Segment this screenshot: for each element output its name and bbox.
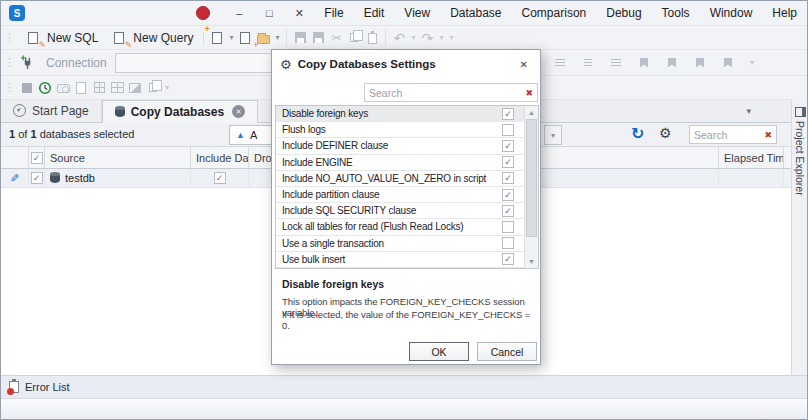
grid-search-input[interactable] xyxy=(690,129,760,141)
options-scrollbar[interactable]: ▲ ▼ xyxy=(524,106,538,268)
toolbar-grip[interactable]: ⋮ xyxy=(1,81,18,94)
minimize-button[interactable]: – xyxy=(224,2,254,24)
scroll-up-icon[interactable]: ▲ xyxy=(525,106,538,119)
auto-mapping-button[interactable]: ▲ A xyxy=(229,125,275,145)
redo-dropdown[interactable]: ▾ xyxy=(436,33,446,42)
row-checkbox[interactable] xyxy=(31,172,43,184)
row-source-cell[interactable]: testdb xyxy=(45,169,191,187)
menu-item[interactable]: Window xyxy=(700,2,763,24)
next-bookmark-icon[interactable] xyxy=(691,54,709,72)
option-checkbox[interactable] xyxy=(502,140,514,152)
row-include-data-cell[interactable] xyxy=(191,169,249,187)
new-query-button[interactable]: ✎ New Query xyxy=(104,27,199,49)
option-checkbox[interactable] xyxy=(502,237,514,249)
dialog-search-input[interactable] xyxy=(365,87,521,99)
option-checkbox[interactable] xyxy=(502,172,514,184)
save-all-icon[interactable] xyxy=(309,29,327,47)
filter-dropdown[interactable]: ▾ xyxy=(544,125,562,145)
edit-toolbar-overflow-dropdown[interactable]: ▾ xyxy=(747,58,757,67)
snapshot-icon[interactable] xyxy=(54,79,72,97)
image-icon[interactable] xyxy=(126,79,144,97)
cut-icon[interactable]: ✂ xyxy=(327,29,345,47)
export-document-icon[interactable] xyxy=(72,79,90,97)
indent-decrease-icon[interactable] xyxy=(551,54,569,72)
menu-item[interactable]: Edit xyxy=(354,2,395,24)
toolbar-overflow-dropdown[interactable]: ▾ xyxy=(162,83,172,92)
row-select-cell[interactable] xyxy=(29,169,45,187)
save-icon[interactable] xyxy=(291,29,309,47)
open-file-dropdown[interactable]: ▾ xyxy=(272,33,282,42)
refresh-icon[interactable]: ↻ xyxy=(631,124,644,143)
option-checkbox[interactable] xyxy=(502,108,514,120)
project-explorer-tab[interactable]: Project Explorer xyxy=(794,107,806,196)
new-document-icon[interactable]: + xyxy=(208,29,226,47)
tab-close-icon[interactable]: ✕ xyxy=(232,105,245,118)
option-row[interactable]: Include ENGINE xyxy=(276,155,538,171)
scroll-down-icon[interactable]: ▼ xyxy=(525,255,538,268)
menu-item[interactable]: Debug xyxy=(596,2,651,24)
tab-overflow-dropdown[interactable]: ▾ xyxy=(746,106,751,116)
header-select-all[interactable] xyxy=(29,147,45,168)
option-row[interactable]: Lock all tables for read (Flush Read Loc… xyxy=(276,219,538,235)
ok-button[interactable]: OK xyxy=(409,342,469,361)
option-row[interactable]: Flush logs xyxy=(276,122,538,138)
stop-icon[interactable] xyxy=(18,79,36,97)
menu-item[interactable]: Tools xyxy=(652,2,700,24)
open-file-icon[interactable] xyxy=(254,29,272,47)
option-checkbox[interactable] xyxy=(502,221,514,233)
menu-item[interactable]: Help xyxy=(762,2,807,24)
copy-icon[interactable] xyxy=(345,29,363,47)
menu-item[interactable]: Comparison xyxy=(512,2,597,24)
bookmark-icon[interactable] xyxy=(635,54,653,72)
option-row[interactable]: Include partition clause xyxy=(276,187,538,203)
add-table-icon[interactable] xyxy=(90,79,108,97)
option-row[interactable]: Include SQL SECURITY clause xyxy=(276,203,538,219)
select-all-checkbox[interactable] xyxy=(31,152,43,164)
close-button[interactable]: ✕ xyxy=(284,2,314,24)
layout-icon[interactable] xyxy=(108,79,126,97)
dialog-close-icon[interactable]: ✕ xyxy=(516,57,532,72)
dialog-clear-search-icon[interactable]: ✖ xyxy=(521,88,537,98)
option-row[interactable]: Include DEFINER clause xyxy=(276,138,538,154)
header-include-data[interactable]: Include Data xyxy=(191,147,249,168)
undo-dropdown[interactable]: ▾ xyxy=(408,33,418,42)
history-icon[interactable] xyxy=(36,79,54,97)
toolbar-grip[interactable]: ⋮ xyxy=(1,31,18,44)
header-elapsed-time[interactable]: Elapsed Time xyxy=(719,147,784,168)
scroll-thumb[interactable] xyxy=(526,119,537,237)
new-sql-button[interactable]: ✎ New SQL xyxy=(18,27,104,49)
option-checkbox[interactable] xyxy=(502,156,514,168)
include-data-checkbox[interactable] xyxy=(214,172,226,184)
redo-icon[interactable]: ↷ xyxy=(418,29,436,47)
new-file-icon[interactable]: + xyxy=(236,29,254,47)
clear-bookmarks-icon[interactable] xyxy=(719,54,737,72)
menu-item[interactable]: File xyxy=(314,2,353,24)
undo-icon[interactable]: ↶ xyxy=(390,29,408,47)
option-row[interactable]: Include NO_AUTO_VALUE_ON_ZERO in script xyxy=(276,171,538,187)
option-row[interactable]: Use a single transaction xyxy=(276,236,538,252)
notification-badge-icon[interactable] xyxy=(196,6,210,20)
option-checkbox[interactable] xyxy=(502,189,514,201)
dialog-titlebar[interactable]: ⚙ Copy Databases Settings ✕ xyxy=(272,50,540,78)
toolbar-overflow-dropdown[interactable]: ▾ xyxy=(446,33,456,42)
new-document-dropdown[interactable]: ▾ xyxy=(226,33,236,42)
settings-gear-icon[interactable]: ⚙ xyxy=(659,125,672,141)
prev-bookmark-icon[interactable] xyxy=(663,54,681,72)
new-connection-icon[interactable] xyxy=(18,54,36,72)
toolbar-grip[interactable]: ⋮ xyxy=(1,56,18,69)
menu-item[interactable]: Database xyxy=(440,2,511,24)
option-checkbox[interactable] xyxy=(502,205,514,217)
tab-copy-databases[interactable]: Copy Databases ✕ xyxy=(102,100,258,123)
maximize-button[interactable]: □ xyxy=(254,2,284,24)
error-list-bar[interactable]: Error List xyxy=(1,375,807,398)
option-checkbox[interactable] xyxy=(502,253,514,265)
paste-icon[interactable] xyxy=(363,29,381,47)
tab-start-page[interactable]: Start Page xyxy=(1,99,102,122)
option-row[interactable]: Disable foreign keys xyxy=(276,106,538,122)
comment-lines-icon[interactable] xyxy=(579,54,597,72)
option-checkbox[interactable] xyxy=(502,124,514,136)
cancel-button[interactable]: Cancel xyxy=(477,342,537,361)
menu-item[interactable]: View xyxy=(394,2,440,24)
numbered-list-icon[interactable] xyxy=(607,54,625,72)
option-row[interactable]: Use bulk insert xyxy=(276,252,538,268)
